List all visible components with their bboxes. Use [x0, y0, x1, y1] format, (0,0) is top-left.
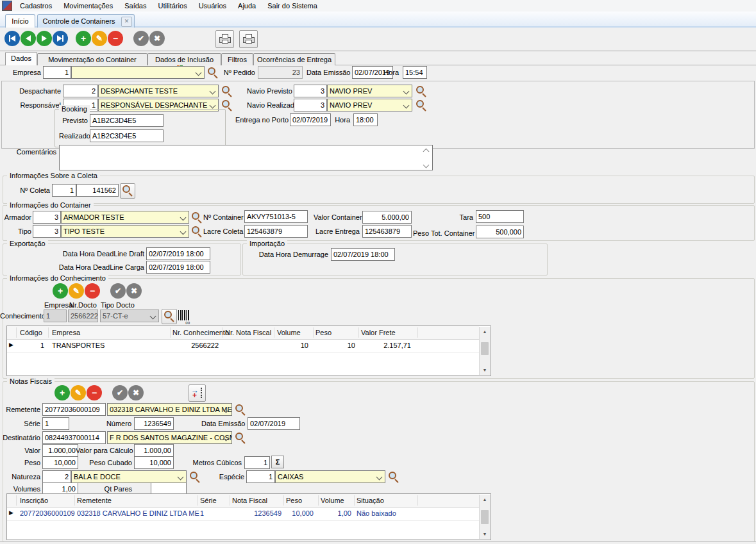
chevron-down-icon[interactable] — [180, 215, 187, 221]
armador-code-field[interactable]: 3 — [33, 211, 61, 224]
scroll-down-icon[interactable]: ▼ — [480, 529, 490, 539]
scroll-down-icon[interactable]: ▼ — [480, 365, 490, 375]
remetente-cnpj-field[interactable]: 20772036000109 — [42, 403, 106, 416]
chevron-down-icon[interactable] — [210, 103, 216, 109]
navio-previsto-code-field[interactable]: 3 — [294, 85, 327, 97]
menu-movimentacoes[interactable]: Movimentações — [58, 0, 119, 12]
n-coleta-search-button[interactable] — [120, 183, 135, 199]
col-serie[interactable]: Série — [200, 497, 217, 504]
tab-dados-de-inclusao[interactable]: Dados de Inclusão — [147, 53, 221, 65]
cancel-record-button[interactable]: ✖ — [149, 31, 165, 46]
remetente-search-icon[interactable] — [235, 404, 246, 415]
next-record-button[interactable] — [37, 31, 52, 46]
tara-field[interactable]: 500 — [476, 210, 524, 223]
menu-usuarios[interactable]: Usuários — [193, 0, 232, 12]
navio-realizado-code-field[interactable]: 3 — [294, 99, 327, 111]
tipo-combo[interactable]: TIPO TESTE — [61, 225, 189, 238]
menu-saidas[interactable]: Saídas — [119, 0, 152, 12]
entrega-date-field[interactable]: 02/07/2019 — [290, 113, 331, 126]
nf-cancel-button[interactable]: ✖ — [128, 385, 144, 400]
scrollbar-thumb[interactable] — [481, 510, 489, 524]
natureza-code-field[interactable]: 2 — [42, 470, 71, 483]
entrega-hora-field[interactable]: 18:00 — [353, 113, 378, 126]
natureza-combo[interactable]: BALA E DOCE — [71, 470, 187, 483]
booking-realizado-field[interactable]: A1B2C3D4E5 — [90, 129, 164, 142]
sum-button[interactable]: Σ — [271, 456, 284, 468]
edit-record-button[interactable]: ✎ — [92, 31, 107, 46]
col-nr-conhecimento[interactable]: Nr. Conhecimento — [172, 329, 229, 336]
navio-realizado-search-icon[interactable] — [416, 99, 426, 111]
tipo-code-field[interactable]: 3 — [33, 225, 61, 238]
conhecimento-insert-button[interactable]: + — [53, 283, 68, 299]
scrollbar-thumb[interactable] — [481, 342, 489, 355]
nf-post-button[interactable]: ✔ — [112, 385, 128, 400]
navio-previsto-search-icon[interactable] — [416, 85, 426, 97]
col-nr-nota-fiscal[interactable]: Nr. Nota Fiscal — [225, 329, 271, 336]
comentarios-textarea[interactable] — [59, 145, 433, 170]
conhecimento-search-button[interactable] — [162, 309, 177, 324]
especie-combo[interactable]: CAIXAS — [275, 470, 385, 483]
peso-cubado-field[interactable]: 10,000 — [134, 456, 174, 469]
navio-previsto-combo[interactable]: NAVIO PREV — [327, 85, 412, 97]
chevron-down-icon[interactable] — [180, 229, 187, 235]
conhecimento-grid-scrollbar[interactable]: ▲ ▼ — [479, 327, 491, 375]
booking-previsto-field[interactable]: A1B2C3D4E5 — [90, 114, 164, 127]
col-nota-fiscal[interactable]: Nota Fiscal — [232, 497, 267, 504]
chevron-down-icon[interactable] — [196, 70, 202, 76]
despachante-combo[interactable]: DESPACHANTE TESTE — [98, 85, 219, 97]
col-remetente[interactable]: Remetente — [77, 497, 112, 504]
valor-para-calculo-field[interactable]: 1.000,00 — [134, 444, 174, 457]
menu-cadastros[interactable]: Cadastros — [14, 0, 58, 12]
conhecimento-delete-button[interactable]: − — [85, 283, 100, 299]
nf-delete-button[interactable]: − — [87, 385, 102, 400]
conhecimento-grid-row[interactable]: ▶ 1 TRANSPORTES 2566222 10 10 2.157,71 — [7, 340, 479, 353]
remetente-combo[interactable]: 032318 CARVALHO E DINIZ LTDA ME — [107, 403, 232, 416]
close-icon[interactable]: ✕ — [121, 17, 132, 27]
last-record-button[interactable] — [53, 31, 68, 46]
notas-fiscais-grid-row[interactable]: ▶ 20772036000109 032318 CARVALHO E DINIZ… — [7, 507, 479, 521]
chevron-down-icon[interactable] — [178, 474, 184, 481]
empresa-combo[interactable] — [71, 66, 205, 79]
serie-field[interactable]: 1 — [42, 417, 69, 430]
empresa-search-icon[interactable] — [207, 67, 218, 78]
conhecimento-edit-button[interactable]: ✎ — [69, 283, 84, 299]
despachante-search-icon[interactable] — [221, 85, 232, 97]
col-volume[interactable]: Volume — [277, 329, 301, 336]
lacre-coleta-field[interactable]: 125463879 — [244, 225, 308, 238]
menu-sair[interactable]: Sair do Sistema — [262, 0, 323, 12]
armador-search-icon[interactable] — [191, 211, 202, 223]
tab-controle-de-containers[interactable]: Controle de Containers ✕ — [37, 14, 135, 28]
delete-record-button[interactable]: − — [108, 31, 123, 46]
especie-search-icon[interactable] — [388, 471, 399, 482]
metros-cubicos-field[interactable]: 1 — [244, 456, 270, 469]
tipo-search-icon[interactable] — [191, 226, 202, 237]
col-peso[interactable]: Peso — [286, 497, 302, 504]
despachante-code-field[interactable]: 2 — [63, 85, 98, 97]
destinatario-combo[interactable]: F R DOS SANTOS MAGAZINE - COSMOPC — [107, 431, 232, 444]
n-coleta-number-field[interactable]: 141562 — [76, 184, 119, 197]
tab-inicio[interactable]: Início — [5, 14, 35, 28]
tab-movimentacao-do-container[interactable]: Movimentação do Container — [37, 53, 147, 65]
barcode-icon[interactable] — [178, 310, 189, 320]
chevron-down-icon[interactable] — [403, 88, 410, 95]
tab-ocorrencias-de-entrega[interactable]: Ocorrências de Entrega — [253, 53, 335, 65]
hora-field[interactable]: 15:54 — [403, 66, 427, 79]
first-record-button[interactable] — [4, 31, 20, 46]
n-coleta-code-field[interactable]: 1 — [52, 184, 76, 197]
col-codigo[interactable]: Código — [20, 329, 42, 336]
lacre-entrega-field[interactable]: 125463879 — [362, 225, 412, 238]
conhecimento-cancel-button[interactable]: ✖ — [126, 283, 142, 299]
natureza-search-icon[interactable] — [189, 471, 200, 482]
nf-data-emissao-field[interactable]: 02/07/2019 — [248, 417, 300, 430]
armador-combo[interactable]: ARMADOR TESTE — [61, 211, 189, 224]
chevron-down-icon[interactable] — [376, 474, 383, 481]
menu-utilitarios[interactable]: Utilitários — [152, 0, 192, 12]
col-situacao[interactable]: Situação — [357, 497, 384, 504]
col-inscricao[interactable]: Inscrição — [20, 497, 48, 504]
deadline-carga-field[interactable]: 02/07/2019 18:00 — [146, 261, 210, 274]
insert-record-button[interactable]: + — [76, 31, 91, 46]
previous-record-button[interactable] — [21, 31, 36, 46]
post-record-button[interactable]: ✔ — [133, 31, 149, 46]
col-empresa[interactable]: Empresa — [52, 329, 80, 336]
empresa-code-field[interactable]: 1 — [43, 66, 71, 79]
